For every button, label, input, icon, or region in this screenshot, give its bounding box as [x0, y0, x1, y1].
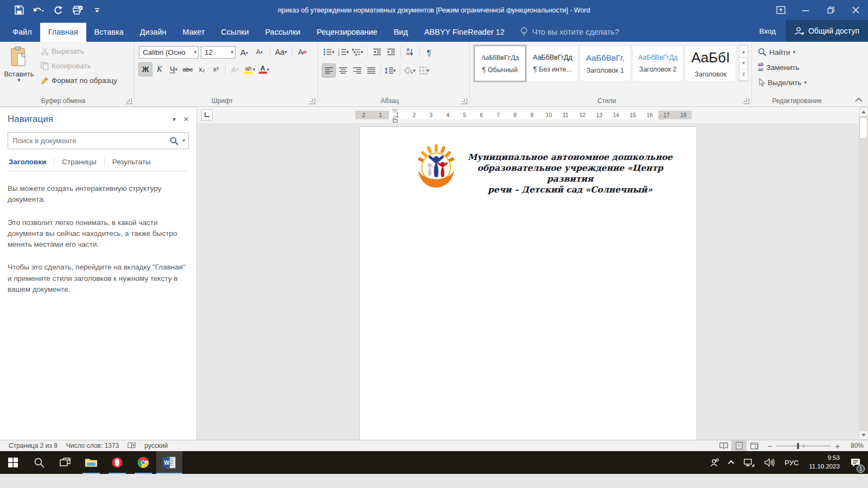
superscript-button[interactable]: x²: [209, 63, 222, 76]
text-effects-button[interactable]: А▾: [228, 63, 241, 76]
tab-references[interactable]: Ссылки: [213, 23, 257, 42]
copy-button[interactable]: Копировать: [38, 60, 120, 72]
chrome-button[interactable]: [130, 451, 156, 474]
proofing-status-icon[interactable]: [123, 442, 140, 450]
minimize-icon[interactable]: [793, 0, 818, 20]
restore-icon[interactable]: [818, 0, 843, 20]
style-title[interactable]: АаБбІ Заголовок: [685, 46, 736, 81]
strikethrough-button[interactable]: abc: [181, 63, 194, 76]
taskbar-search-button[interactable]: [26, 451, 52, 474]
search-icon[interactable]: [170, 137, 178, 145]
numbering-button[interactable]: 123▾: [337, 46, 350, 59]
grow-font-button[interactable]: А▴: [238, 46, 251, 59]
tab-review[interactable]: Рецензирование: [309, 23, 386, 42]
decrease-indent-button[interactable]: [371, 46, 384, 59]
ribbon-display-options-icon[interactable]: [768, 0, 793, 20]
paragraph-dialog-launcher-icon[interactable]: [461, 98, 467, 104]
tab-home[interactable]: Главная: [40, 23, 86, 42]
zoom-in-icon[interactable]: +: [835, 441, 840, 451]
underline-button[interactable]: Ч▾: [167, 63, 180, 76]
tab-selector-button[interactable]: [201, 110, 213, 121]
word-count[interactable]: Число слов: 1373: [62, 442, 123, 450]
paste-caret-icon[interactable]: ▼: [17, 78, 22, 83]
nav-tab-results[interactable]: Результаты: [105, 158, 158, 166]
align-left-button[interactable]: [322, 64, 335, 77]
search-options-caret-icon[interactable]: ▾: [182, 138, 185, 143]
font-size-combo[interactable]: 12 ▾: [201, 46, 235, 59]
show-marks-button[interactable]: ¶: [423, 46, 436, 59]
clear-formatting-button[interactable]: А: [296, 46, 309, 59]
tab-insert[interactable]: Вставка: [86, 23, 132, 42]
redo-icon[interactable]: [52, 4, 64, 16]
people-tray-icon[interactable]: [706, 451, 724, 474]
borders-button[interactable]: ▾: [418, 64, 431, 77]
select-button[interactable]: Выделить▾: [755, 76, 846, 88]
tab-view[interactable]: Вид: [386, 23, 416, 42]
navigation-search-box[interactable]: ▾: [8, 132, 189, 149]
task-view-button[interactable]: [52, 451, 78, 474]
shrink-font-button[interactable]: А▾: [253, 46, 266, 59]
zoom-slider[interactable]: [776, 446, 831, 446]
page-indicator[interactable]: Страница 2 из 8: [4, 442, 62, 450]
undo-icon[interactable]: [33, 4, 44, 16]
scroll-up-icon[interactable]: [859, 107, 868, 117]
network-tray-icon[interactable]: [740, 451, 758, 474]
language-tray-indicator[interactable]: РУС: [781, 451, 802, 474]
navigation-close-icon[interactable]: ✕: [183, 115, 189, 123]
print-preview-icon[interactable]: [72, 4, 84, 16]
multilevel-list-button[interactable]: ▾: [351, 46, 365, 59]
font-dialog-launcher-icon[interactable]: [309, 98, 315, 104]
print-layout-button[interactable]: [731, 440, 746, 451]
zoom-slider-thumb[interactable]: [797, 443, 799, 449]
clipboard-dialog-launcher-icon[interactable]: [126, 98, 132, 104]
collapse-ribbon-icon[interactable]: [855, 95, 863, 104]
font-name-combo[interactable]: Calibri (Осно ▾: [139, 46, 199, 59]
change-case-button[interactable]: Аа▾: [274, 46, 288, 59]
align-right-button[interactable]: [350, 64, 363, 77]
find-button[interactable]: Найти▾: [755, 46, 846, 58]
sign-in-button[interactable]: Вход: [749, 27, 786, 35]
tab-layout[interactable]: Макет: [175, 23, 213, 42]
italic-button[interactable]: К: [153, 63, 166, 76]
hanging-indent-marker[interactable]: [392, 115, 398, 119]
customize-qat-icon[interactable]: [91, 4, 103, 16]
bullets-button[interactable]: ▾: [322, 46, 336, 59]
line-spacing-button[interactable]: ▾: [384, 64, 397, 77]
action-center-button[interactable]: 1: [846, 451, 865, 474]
file-explorer-button[interactable]: [78, 451, 104, 474]
paste-button[interactable]: Вставить ▼: [3, 44, 35, 95]
highlight-button[interactable]: ab▾: [242, 63, 257, 76]
style-no-spacing[interactable]: АаБбВвГгДд ¶ Без инте...: [527, 46, 578, 81]
show-hidden-icons-button[interactable]: [726, 451, 738, 474]
style-heading1[interactable]: АаБбВвГг, Заголовок 1: [579, 46, 631, 81]
navigation-options-caret-icon[interactable]: ▾: [173, 115, 176, 123]
styles-scroll-up-icon[interactable]: ▲: [739, 46, 748, 57]
align-center-button[interactable]: [336, 64, 349, 77]
volume-tray-icon[interactable]: [761, 451, 778, 474]
nav-tab-pages[interactable]: Страницы: [54, 158, 104, 166]
clock-tray[interactable]: 9:53 11.10.2023: [805, 454, 844, 471]
format-painter-button[interactable]: Формат по образцу: [38, 75, 120, 86]
justify-button[interactable]: [365, 64, 378, 77]
nav-tab-headings[interactable]: Заголовки: [8, 158, 54, 166]
subscript-button[interactable]: x₂: [195, 63, 208, 76]
zoom-out-icon[interactable]: −: [767, 441, 772, 451]
shading-button[interactable]: ▾: [403, 64, 417, 77]
close-icon[interactable]: [843, 0, 868, 20]
styles-dialog-launcher-icon[interactable]: [743, 98, 749, 104]
scrollbar-thumb[interactable]: [859, 117, 867, 139]
styles-scroll-down-icon[interactable]: ▼: [739, 57, 748, 69]
sort-button[interactable]: АЯ: [404, 46, 417, 59]
bold-button[interactable]: Ж: [139, 63, 152, 76]
increase-indent-button[interactable]: [385, 46, 398, 59]
search-input[interactable]: [12, 137, 170, 145]
tell-me-box[interactable]: Что вы хотите сделать?: [513, 22, 627, 42]
cut-button[interactable]: Вырезать: [38, 46, 120, 57]
web-layout-button[interactable]: [746, 440, 762, 451]
scroll-down-icon[interactable]: [859, 431, 868, 440]
read-mode-button[interactable]: [716, 440, 731, 451]
style-normal[interactable]: АаБбВвГгДд ¶ Обычный: [474, 46, 526, 81]
tab-design[interactable]: Дизайн: [132, 23, 175, 42]
language-indicator[interactable]: русский: [140, 442, 172, 450]
left-indent-marker[interactable]: [393, 119, 398, 123]
